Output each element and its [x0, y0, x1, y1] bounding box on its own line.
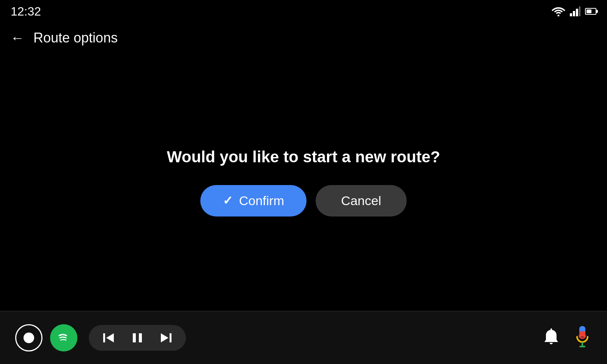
dialog-question: Would you like to start a new route?: [167, 148, 440, 166]
bottom-right-controls: [542, 325, 592, 351]
spotify-button[interactable]: [50, 324, 77, 351]
checkmark-icon: ✓: [223, 193, 233, 208]
confirm-label: Confirm: [239, 193, 284, 208]
media-controls: [89, 325, 186, 351]
bottom-bar: [0, 311, 607, 364]
battery-icon: [585, 8, 596, 15]
prev-button[interactable]: [101, 330, 116, 345]
signal-icon: [570, 6, 580, 16]
status-bar: 12:32: [0, 0, 607, 23]
notification-button[interactable]: [542, 328, 561, 347]
svg-rect-17: [579, 346, 585, 347]
prev-icon: [101, 330, 116, 345]
spotify-icon: [55, 329, 72, 346]
svg-point-0: [558, 15, 560, 17]
bell-icon: [543, 328, 560, 347]
record-button[interactable]: [15, 324, 42, 351]
svg-rect-4: [579, 6, 580, 16]
svg-marker-6: [106, 333, 114, 342]
dialog-buttons: ✓ Confirm Cancel: [200, 185, 407, 217]
svg-rect-9: [170, 333, 171, 342]
cancel-label: Cancel: [341, 193, 381, 208]
google-mic-button[interactable]: [573, 325, 592, 351]
svg-rect-2: [573, 11, 575, 16]
status-time: 12:32: [11, 5, 41, 19]
pause-button[interactable]: [130, 330, 145, 345]
svg-rect-3: [576, 9, 578, 16]
next-icon: [159, 330, 174, 345]
svg-rect-5: [103, 333, 105, 342]
next-button[interactable]: [159, 330, 174, 345]
main-content: Would you like to start a new route? ✓ C…: [0, 53, 607, 311]
pause-icon: [130, 330, 145, 345]
status-icons: [552, 6, 596, 16]
svg-rect-1: [570, 13, 572, 16]
record-inner: [24, 333, 34, 343]
back-button[interactable]: ←: [11, 30, 24, 46]
bottom-left-controls: [15, 324, 186, 351]
nav-bar: ← Route options: [0, 23, 607, 53]
google-mic-icon: [574, 325, 591, 351]
svg-marker-10: [161, 333, 168, 342]
svg-rect-7: [133, 333, 136, 342]
wifi-icon: [552, 6, 565, 16]
svg-rect-11: [550, 328, 552, 331]
cancel-button[interactable]: Cancel: [316, 185, 407, 217]
nav-title: Route options: [33, 30, 118, 46]
svg-rect-13: [579, 326, 585, 331]
confirm-button[interactable]: ✓ Confirm: [200, 185, 307, 217]
svg-rect-8: [139, 333, 142, 342]
